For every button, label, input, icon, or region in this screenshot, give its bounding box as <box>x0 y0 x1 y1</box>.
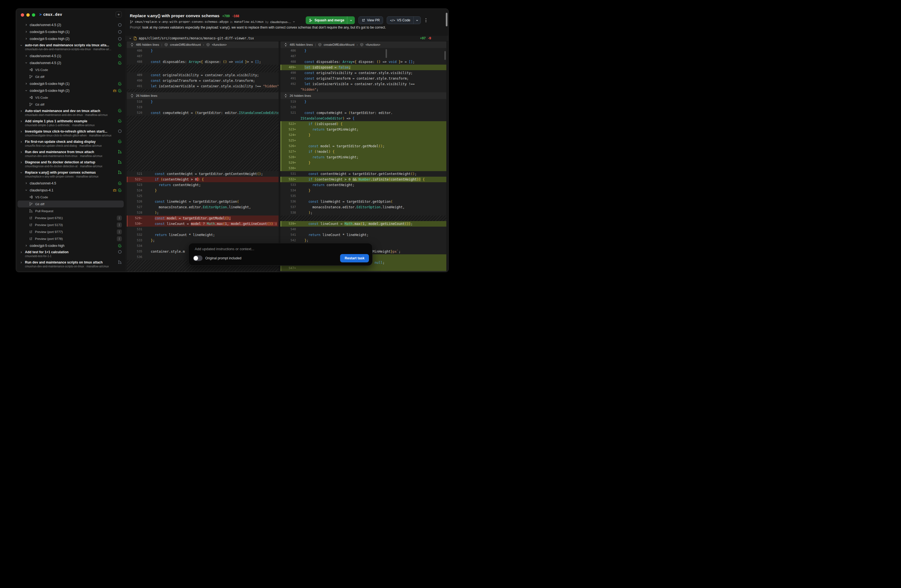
repo-name[interactable]: manaflow-ai/cmux <box>234 20 263 23</box>
sidebar-item-branch[interactable]: codex/gpt-5-codex-high (1) <box>16 28 125 35</box>
line-number: 547+ <box>281 265 301 271</box>
sidebar-item-vs-code[interactable]: VS Code <box>16 66 125 73</box>
hidden-lines-bar[interactable]: 485 hidden lines|createDiffEditorMount›<… <box>281 41 446 48</box>
sidebar-item-git-diff[interactable]: Git diff <box>16 101 125 108</box>
sidebar-item-task[interactable]: Add test for 1+1 calculationcmux/add-tes… <box>16 249 125 259</box>
zoom-button[interactable] <box>32 13 35 17</box>
sidebar-item-pull-request[interactable]: Pull Request <box>16 207 125 214</box>
file-header[interactable]: apps/client/src/components/monaco/monaco… <box>125 35 448 41</box>
chevron-right-icon[interactable] <box>25 31 28 33</box>
sidebar-item-vs-code[interactable]: VS Code <box>16 94 125 101</box>
chevron-right-icon[interactable] <box>20 251 22 254</box>
chevron-down-icon[interactable] <box>25 189 28 191</box>
kebab-menu-button[interactable] <box>117 236 122 241</box>
chevron-down-icon[interactable] <box>20 44 22 47</box>
chevron-right-icon[interactable] <box>20 140 22 143</box>
diff-line: 488 const disposables: Array<{ dispose: … <box>127 59 279 65</box>
sidebar-item-task[interactable]: Run dev and maintenance scripts on tmux … <box>16 259 125 270</box>
squash-and-merge-button[interactable]: Squash and merge <box>306 16 355 24</box>
sidebar-item-branch[interactable]: claude/sonnet-4.5 (1) <box>16 52 125 59</box>
sidebar-item-preview-port-9777[interactable]: Preview (port 9777) <box>16 228 125 235</box>
chevron-right-icon[interactable] <box>25 55 28 57</box>
line-number: 536 <box>281 199 301 204</box>
status-pending-icon <box>118 30 122 34</box>
kebab-menu-button[interactable] <box>117 229 122 234</box>
chevron-down-icon[interactable] <box>293 20 295 23</box>
chevron-right-icon[interactable] <box>25 23 28 26</box>
original-prompt-toggle[interactable] <box>193 256 203 261</box>
agent-name[interactable]: claude/opus-... <box>270 20 291 23</box>
expand-icon[interactable] <box>130 43 134 46</box>
sidebar-item-branch[interactable]: codex/gpt-5-codex-high (2) <box>16 87 125 94</box>
merge-options-chevron[interactable] <box>347 19 355 22</box>
chevron-right-icon[interactable] <box>25 244 28 247</box>
chevron-right-icon[interactable] <box>20 110 22 112</box>
status-done-icon <box>118 54 122 58</box>
chevron-right-icon[interactable] <box>25 182 28 184</box>
more-actions-button[interactable] <box>424 17 427 23</box>
sidebar-item-preview-port-6791[interactable]: Preview (port 6791) <box>16 214 125 221</box>
sidebar-item-task[interactable]: auto-run dev and maintenance scripts via… <box>16 42 125 52</box>
expand-icon[interactable] <box>130 94 134 97</box>
sidebar-item-task[interactable]: Auto-start maintenance and dev on tmux a… <box>16 108 125 118</box>
new-task-button[interactable]: + <box>116 11 122 17</box>
sidebar-item-preview-port-5173[interactable]: Preview (port 5173) <box>16 221 125 228</box>
chevron-right-icon[interactable] <box>25 83 28 85</box>
sidebar-item-git-diff[interactable]: Git diff <box>16 73 125 80</box>
expand-icon[interactable] <box>284 43 287 46</box>
branch-name[interactable]: cmux/replace-v-any-with-proper-convex-sc… <box>135 20 229 23</box>
window-scrollbar[interactable] <box>446 13 447 27</box>
chevron-down-icon[interactable] <box>25 89 28 92</box>
sidebar-item-branch[interactable]: claude/opus-4.1 <box>16 187 125 193</box>
line-number: 518 <box>127 99 147 104</box>
hidden-lines-bar[interactable]: 26 hidden lines <box>127 92 279 99</box>
hidden-lines-bar[interactable]: 485 hidden lines|createDiffEditorMount›<… <box>127 41 279 48</box>
sidebar-item-task[interactable]: Fix first-run update check and dialog di… <box>16 139 125 149</box>
sidebar-item-branch[interactable]: claude/sonnet-4.5 (2) <box>16 59 125 66</box>
restart-task-button[interactable]: Restart task <box>340 254 369 262</box>
sidebar-item-vs-code[interactable]: VS Code <box>16 193 125 201</box>
chevron-right-icon[interactable] <box>20 151 22 153</box>
sidebar-item-branch[interactable]: claude/sonnet-4.5 <box>16 180 125 187</box>
line-number: 491 <box>127 83 147 89</box>
sidebar-item-task[interactable]: Replace v.any() with proper convex schem… <box>16 170 125 180</box>
diff-line: 519 <box>127 104 279 110</box>
chevron-right-icon[interactable] <box>20 261 22 264</box>
sidebar-item-task[interactable]: Diagnose and fix docker detection at sta… <box>16 159 125 170</box>
chevron-right-icon[interactable] <box>20 130 22 133</box>
line-number: 490 <box>281 70 301 76</box>
kebab-menu-button[interactable] <box>117 223 122 228</box>
collapse-chevron-icon[interactable] <box>129 37 131 40</box>
sidebar-item-branch[interactable]: codex/gpt-5-codex-high <box>16 242 125 249</box>
sidebar-item-task[interactable]: Run dev and maintenance from tmux attach… <box>16 149 125 159</box>
vscode-options-chevron[interactable] <box>414 19 421 22</box>
diff-line: 490 const originalTransform = container.… <box>127 78 279 83</box>
expand-icon[interactable] <box>284 94 287 97</box>
status-pending-icon <box>118 37 122 41</box>
chevron-down-icon[interactable] <box>25 62 28 64</box>
sidebar-item-branch[interactable]: codex/gpt-5-codex-high (2) <box>16 35 125 42</box>
view-pr-button[interactable]: View PR <box>359 16 383 24</box>
chevron-down-icon[interactable] <box>20 172 22 174</box>
left-pane-scrollbar[interactable] <box>386 49 387 58</box>
sidebar-item-git-diff[interactable]: Git diff <box>17 201 124 207</box>
instructions-input[interactable]: Add updated instructions or context... <box>195 247 254 251</box>
task-subtitle: cmux/diagnose-and-fix-docker-detection-a… <box>25 164 102 168</box>
vscode-button[interactable]: </> VS Code <box>387 16 421 24</box>
minimize-button[interactable] <box>26 13 30 17</box>
hidden-lines-bar[interactable]: 26 hidden lines <box>281 92 446 99</box>
sidebar-item-task[interactable]: Investigate tmux click-to-refresh glitch… <box>16 128 125 139</box>
chevron-right-icon[interactable] <box>25 37 28 40</box>
chevron-right-icon[interactable] <box>20 161 22 164</box>
sidebar-item-task[interactable]: Add simple 1 plus 1 arithmetic examplecm… <box>16 118 125 128</box>
symbol-icon <box>206 43 210 46</box>
chevron-right-icon[interactable] <box>20 120 22 123</box>
close-button[interactable] <box>21 13 24 17</box>
sidebar-item-preview-port-9778[interactable]: Preview (port 9778) <box>16 235 125 242</box>
branch-icon <box>130 20 133 23</box>
sidebar-item-branch[interactable]: claude/sonnet-4.5 (2) <box>16 21 125 28</box>
right-pane-scrollbar[interactable] <box>444 51 446 60</box>
diff-line: 529− const model = targetEditor.getModel… <box>127 215 279 221</box>
sidebar-item-branch[interactable]: codex/gpt-5-codex-high (1) <box>16 80 125 87</box>
kebab-menu-button[interactable] <box>117 215 122 220</box>
